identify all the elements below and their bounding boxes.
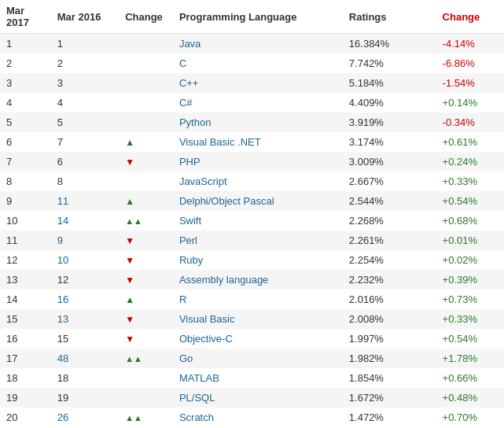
cell-language[interactable]: PHP: [173, 152, 343, 172]
arrow-down-icon: ▼: [125, 334, 134, 345]
cell-language[interactable]: MATLAB: [173, 368, 343, 388]
language-link[interactable]: Visual Basic: [179, 313, 235, 325]
cell-rating: 2.008%: [343, 309, 436, 329]
language-link[interactable]: Objective-C: [179, 333, 233, 345]
table-row: 1818MATLAB1.854%+0.66%: [0, 368, 504, 388]
language-link[interactable]: Java: [179, 38, 200, 50]
cell-language[interactable]: Perl: [173, 231, 343, 250]
arrow-down-icon: ▼: [125, 157, 134, 168]
language-link[interactable]: Swift: [179, 215, 201, 227]
language-link[interactable]: MATLAB: [179, 372, 219, 384]
language-link[interactable]: JavaScript: [179, 175, 227, 187]
cell-change: +0.68%: [436, 211, 504, 231]
cell-language[interactable]: C++: [173, 73, 343, 93]
language-link[interactable]: C++: [179, 77, 199, 89]
cell-language[interactable]: Go: [173, 349, 343, 368]
cell-rank-current: 1: [0, 34, 51, 54]
table-row: 33C++5.184%-1.54%: [0, 73, 504, 93]
table-row: 22C7.742%-6.86%: [0, 54, 504, 73]
table-row: 1416▲R2.016%+0.73%: [0, 290, 504, 309]
cell-language[interactable]: Swift: [173, 211, 343, 231]
cell-language[interactable]: Objective-C: [173, 329, 343, 349]
language-link[interactable]: R: [179, 293, 186, 305]
cell-change: +0.70%: [436, 408, 504, 427]
language-link[interactable]: Assembly language: [179, 274, 268, 286]
cell-language[interactable]: C#: [173, 93, 343, 113]
cell-rank-current: 7: [0, 152, 51, 172]
table-row: 1513▼Visual Basic2.008%+0.33%: [0, 309, 504, 329]
cell-rank-prev: 18: [51, 368, 119, 388]
cell-arrow: ▼: [119, 309, 173, 329]
cell-arrow: ▼: [119, 329, 173, 349]
cell-rank-current: 4: [0, 93, 51, 113]
cell-language[interactable]: Scratch: [173, 408, 343, 427]
cell-language[interactable]: Java: [173, 34, 343, 54]
cell-rank-prev: 11: [51, 191, 119, 211]
cell-change: -0.34%: [436, 113, 504, 132]
cell-arrow: [119, 368, 173, 388]
language-link[interactable]: Scratch: [179, 411, 214, 423]
cell-language[interactable]: JavaScript: [173, 172, 343, 191]
cell-rating: 3.919%: [343, 113, 436, 132]
cell-language[interactable]: C: [173, 54, 343, 73]
cell-arrow: ▲▲: [119, 408, 173, 427]
cell-language[interactable]: Visual Basic: [173, 309, 343, 329]
cell-rank-current: 19: [0, 388, 51, 408]
cell-arrow: [119, 93, 173, 113]
cell-rank-prev: 4: [51, 93, 119, 113]
cell-rank-prev: 7: [51, 132, 119, 152]
cell-rank-current: 9: [0, 191, 51, 211]
language-link[interactable]: Go: [179, 352, 193, 364]
header-rank-prev: Mar 2016: [51, 0, 119, 34]
cell-rank-prev: 26: [51, 408, 119, 427]
cell-language[interactable]: Python: [173, 113, 343, 132]
cell-arrow: ▲: [119, 132, 173, 152]
cell-rating: 1.982%: [343, 349, 436, 368]
cell-rank-current: 2: [0, 54, 51, 73]
cell-change: +0.54%: [436, 191, 504, 211]
language-link[interactable]: Python: [179, 116, 211, 128]
arrow-down-icon: ▼: [125, 255, 134, 266]
cell-rank-current: 20: [0, 408, 51, 427]
table-row: 911▲Delphi/Object Pascal2.544%+0.54%: [0, 191, 504, 211]
cell-change: +0.54%: [436, 329, 504, 349]
cell-language[interactable]: PL/SQL: [173, 388, 343, 408]
arrow-up-icon: ▲: [125, 294, 134, 305]
cell-change: +1.78%: [436, 349, 504, 368]
cell-rank-current: 15: [0, 309, 51, 329]
language-link[interactable]: Delphi/Object Pascal: [179, 195, 274, 207]
cell-language[interactable]: Delphi/Object Pascal: [173, 191, 343, 211]
cell-rank-prev: 9: [51, 231, 119, 250]
language-link[interactable]: PHP: [179, 156, 200, 168]
cell-rank-prev: 13: [51, 309, 119, 329]
cell-language[interactable]: Assembly language: [173, 270, 343, 290]
cell-arrow: [119, 113, 173, 132]
cell-rating: 7.742%: [343, 54, 436, 73]
arrow-down-icon: ▼: [125, 235, 134, 246]
cell-language[interactable]: Ruby: [173, 250, 343, 270]
cell-language[interactable]: Visual Basic .NET: [173, 132, 343, 152]
cell-change: +0.66%: [436, 368, 504, 388]
table-row: 119▼Perl2.261%+0.01%: [0, 231, 504, 250]
cell-language[interactable]: R: [173, 290, 343, 309]
cell-arrow: [119, 73, 173, 93]
language-link[interactable]: Ruby: [179, 254, 203, 266]
cell-change: -1.54%: [436, 73, 504, 93]
language-link[interactable]: C: [179, 57, 186, 69]
cell-rating: 2.232%: [343, 270, 436, 290]
language-link[interactable]: PL/SQL: [179, 392, 215, 404]
cell-change: +0.14%: [436, 93, 504, 113]
cell-rating: 2.544%: [343, 191, 436, 211]
cell-rank-current: 14: [0, 290, 51, 309]
language-link[interactable]: Visual Basic .NET: [179, 136, 261, 148]
cell-rank-current: 5: [0, 113, 51, 132]
cell-change: +0.39%: [436, 270, 504, 290]
cell-rank-prev: 16: [51, 290, 119, 309]
cell-rank-prev: 5: [51, 113, 119, 132]
language-link[interactable]: C#: [179, 97, 193, 109]
cell-rating: 2.016%: [343, 290, 436, 309]
arrow-down-icon: ▼: [125, 314, 134, 325]
language-link[interactable]: Perl: [179, 234, 197, 246]
cell-arrow: ▼: [119, 231, 173, 250]
table-row: 1210▼Ruby2.254%+0.02%: [0, 250, 504, 270]
